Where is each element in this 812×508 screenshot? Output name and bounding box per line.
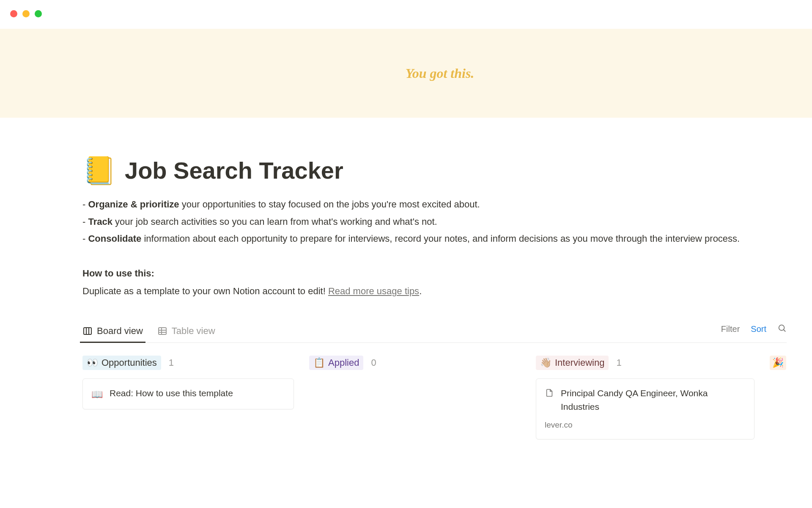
card-how-to-use[interactable]: 📖 Read: How to use this template (82, 378, 294, 409)
column-label[interactable]: 👋🏼 Interviewing (536, 356, 609, 370)
column-name: Applied (328, 357, 359, 368)
bullet-2: - Track your job search activities so yo… (82, 213, 787, 231)
column-header: 👋🏼 Interviewing 1 (536, 356, 754, 370)
card-subtitle: lever.co (545, 419, 746, 431)
column-header: 📋 Applied 0 (309, 356, 521, 370)
minimize-window-button[interactable] (22, 10, 30, 17)
column-interviewing[interactable]: 👋🏼 Interviewing 1 Principal Candy QA Eng… (536, 356, 754, 439)
page-cover[interactable]: You got this. (0, 29, 812, 118)
svg-line-8 (784, 329, 786, 331)
maximize-window-button[interactable] (35, 10, 42, 17)
svg-point-7 (779, 325, 785, 330)
page-icon[interactable]: 📒 (82, 157, 116, 184)
filter-button[interactable]: Filter (721, 324, 740, 334)
page-icon (545, 387, 554, 401)
board-icon (82, 326, 93, 336)
column-count: 0 (371, 357, 376, 368)
column-opportunities[interactable]: 👀 Opportunities 1 📖 Read: How to use thi… (82, 356, 294, 439)
column-label[interactable]: 👀 Opportunities (82, 356, 161, 370)
search-icon (777, 323, 787, 333)
table-icon (157, 326, 167, 336)
column-emoji: 📋 (313, 357, 325, 368)
usage-tips-link[interactable]: Read more usage tips (328, 286, 419, 296)
page-title[interactable]: Job Search Tracker (125, 157, 343, 184)
database-views-bar: Board view Table view Filter Sort (82, 321, 787, 343)
page-title-row: 📒 Job Search Tracker (82, 157, 787, 184)
tab-table-label: Table view (172, 326, 215, 337)
cover-text: You got this. (406, 66, 475, 81)
tab-board-label: Board view (97, 326, 143, 337)
bullet-3: - Consolidate information about each opp… (82, 230, 787, 248)
party-icon: 🎉 (770, 356, 786, 370)
howto-text: Duplicate as a template to your own Noti… (82, 283, 787, 300)
close-window-button[interactable] (10, 10, 17, 17)
column-emoji: 👋🏼 (540, 357, 551, 368)
column-label[interactable]: 📋 Applied (309, 356, 363, 370)
tab-board-view[interactable]: Board view (82, 321, 143, 342)
page-content: 📒 Job Search Tracker - Organize & priori… (82, 157, 787, 439)
views-actions: Filter Sort (721, 323, 787, 341)
column-applied[interactable]: 📋 Applied 0 (309, 356, 521, 439)
tab-table-view[interactable]: Table view (157, 321, 215, 342)
card-title: Principal Candy QA Engineer, Wonka Indus… (561, 387, 746, 413)
howto-title: How to use this: (82, 265, 787, 282)
column-count: 1 (169, 357, 174, 368)
svg-rect-3 (159, 328, 166, 334)
book-icon: 📖 (91, 387, 103, 401)
column-header: 👀 Opportunities 1 (82, 356, 294, 370)
column-name: Interviewing (555, 357, 604, 368)
svg-rect-0 (84, 328, 91, 334)
bullet-1: - Organize & prioritize your opportuniti… (82, 196, 787, 213)
sort-button[interactable]: Sort (751, 324, 766, 334)
board: 👀 Opportunities 1 📖 Read: How to use thi… (82, 356, 787, 439)
column-name: Opportunities (102, 357, 157, 368)
card-title: Read: How to use this template (110, 387, 233, 400)
search-button[interactable] (777, 323, 787, 335)
window-traffic-lights (10, 10, 42, 17)
column-overflow[interactable]: 🎉 (770, 356, 787, 439)
page-description[interactable]: - Organize & prioritize your opportuniti… (82, 196, 787, 300)
card-wonka-qa[interactable]: Principal Candy QA Engineer, Wonka Indus… (536, 378, 754, 439)
column-emoji: 👀 (87, 357, 98, 368)
column-count: 1 (616, 357, 621, 368)
